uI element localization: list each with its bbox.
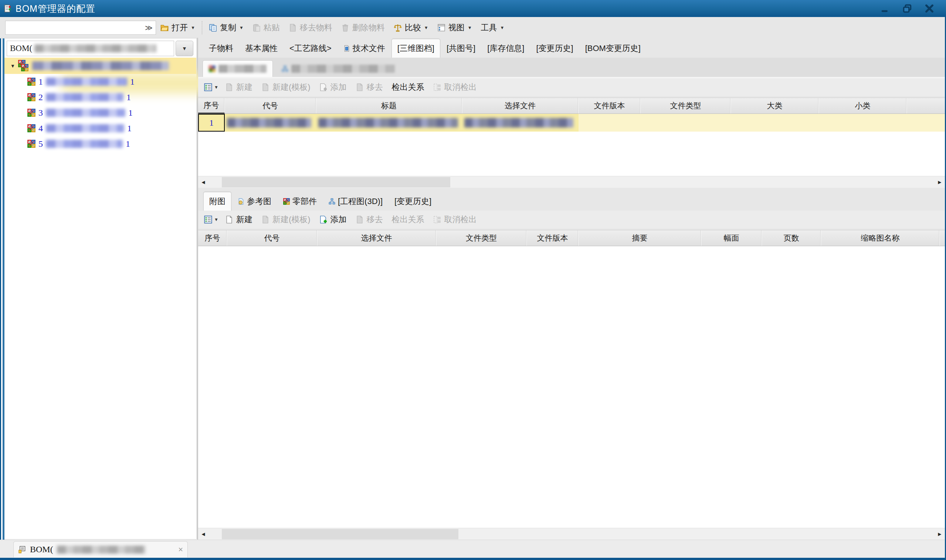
tools-button[interactable]: 工具 ▼ [477,19,509,36]
view-button[interactable]: 视图 ▼ [433,19,477,36]
tab-engineering-drawing-3d[interactable]: [工程图(3D)] [323,192,388,211]
tree-expander-icon[interactable]: ▼ [10,63,15,69]
title-cell[interactable] [316,114,462,132]
folder-open-icon [160,24,169,32]
list-menu-button[interactable]: ▼ [202,82,221,93]
add-button[interactable]: 添加 [315,211,351,228]
column-header[interactable]: 选择文件 [462,98,578,114]
file-cell[interactable] [462,114,578,132]
column-header[interactable]: 代号 [227,230,317,246]
tab-tech-file[interactable]: 技术文件 [338,39,391,58]
tab-basic-props[interactable]: 基本属性 [240,39,283,58]
tab-shared-drawing-no[interactable]: [共图号] [441,39,481,58]
remove-material-button[interactable]: 移去物料 [284,19,337,36]
bom-tree-panel: BOM( ▼ ▼ 1 1 2 1 3 [5,38,197,539]
column-header[interactable]: 代号 [225,98,316,114]
scales-icon [394,24,402,32]
tree-root-node[interactable]: ▼ [5,58,196,74]
column-header[interactable]: 页数 [762,230,821,246]
bom-combo-field[interactable]: BOM( [7,41,174,56]
column-header[interactable]: 文件类型 [641,98,731,114]
tab-inventory-info[interactable]: [库存信息] [482,39,530,58]
copy-button[interactable]: 复制 ▼ [205,19,248,36]
cancel-checkout-button[interactable]: 取消检出 [429,211,481,228]
overflow-chevron-icon[interactable]: ≫ [145,24,153,31]
column-header[interactable]: 文件版本 [527,230,578,246]
tab-process-route[interactable]: <工艺路线> [284,39,337,58]
restore-button[interactable] [901,3,914,14]
tree-item-3[interactable]: 3 1 [5,105,196,120]
column-label: 选择文件 [361,233,392,243]
scroll-thumb[interactable] [222,177,450,188]
bom-combo-dropdown-button[interactable]: ▼ [175,41,193,56]
subtab-1[interactable] [203,60,273,77]
column-header[interactable]: 序号 [198,230,227,246]
tab-change-history[interactable]: [变更历史] [531,39,578,58]
scroll-thumb[interactable] [222,529,458,539]
file-type-cell[interactable] [641,114,731,132]
tab-label: 参考图 [247,196,271,207]
tab-label: 技术文件 [353,43,385,54]
new-template-button[interactable]: 新建(模板) [257,211,315,228]
scroll-right-icon[interactable]: ► [935,528,945,540]
category-cell[interactable] [731,114,819,132]
delete-material-button[interactable]: 删除物料 [337,19,389,36]
close-button[interactable] [923,3,936,14]
code-cell[interactable] [225,114,316,132]
column-header[interactable]: 选择文件 [317,230,436,246]
tab-reference-drawing[interactable]: 参考图 [232,192,277,211]
column-header[interactable]: 文件版本 [578,98,641,114]
tab-bom-change-history[interactable]: [BOM变更历史] [580,39,646,58]
tree-item-1[interactable]: 1 1 [5,74,196,89]
tab-sub-material[interactable]: 子物料 [203,39,239,58]
subtab-2[interactable] [276,61,401,77]
tab-close-icon[interactable]: × [178,545,183,554]
column-header[interactable]: 文件类型 [436,230,527,246]
column-header[interactable]: 大类 [731,98,819,114]
new-button[interactable]: 新建 [221,211,257,228]
file-version-cell[interactable] [578,114,641,132]
redacted-text [32,62,169,70]
checkout-relation-button[interactable]: 检出关系 [388,79,429,96]
column-header[interactable]: 标题 [316,98,462,114]
column-header[interactable]: 摘要 [578,230,701,246]
open-button[interactable]: 打开 ▼ [156,19,200,36]
minimize-button[interactable] [879,3,891,14]
add-button[interactable]: 添加 [315,79,351,96]
column-header[interactable]: 序号 [198,98,225,114]
column-header[interactable]: 小类 [819,98,907,114]
tab-3d-drawing[interactable]: [三维图档] [391,39,440,58]
remove-button[interactable]: 移去 [351,211,388,228]
remove-label: 移去 [367,82,383,93]
scroll-left-icon[interactable]: ◄ [198,176,209,188]
toolbar-combo-field[interactable]: ≫ [5,21,156,35]
tree-item-2[interactable]: 2 1 [5,89,196,105]
remove-button[interactable]: 移去 [351,79,388,96]
tree-item-4[interactable]: 4 1 [5,120,196,136]
cancel-checkout-button[interactable]: 取消检出 [429,79,481,96]
scroll-track[interactable] [209,176,935,188]
column-header[interactable]: 幅面 [701,230,762,246]
compare-button[interactable]: 比较 ▼ [389,19,433,36]
column-header[interactable]: 缩略图名称 [821,230,940,246]
new-button[interactable]: 新建 [221,79,257,96]
tab-parts[interactable]: 零部件 [278,192,322,211]
scroll-left-icon[interactable]: ◄ [198,528,209,540]
restore-icon [901,4,913,13]
redacted-text [46,78,127,86]
tab-attached-drawing[interactable]: 附图 [203,192,231,211]
scroll-track[interactable] [209,528,935,540]
list-menu-button[interactable]: ▼ [202,214,221,225]
row-number-cell[interactable]: 1 [198,114,225,132]
tree-item-5[interactable]: 5 1 [5,136,196,152]
tab-change-history-lower[interactable]: [变更历史] [389,192,437,211]
bom-document-tab[interactable]: BOM( × [13,541,188,557]
bom-tree: ▼ 1 1 2 1 3 1 4 1 [5,58,196,152]
checkout-relation-button[interactable]: 检出关系 [388,211,429,228]
new-template-button[interactable]: 新建(模板) [257,79,315,96]
table-row[interactable]: 1 [198,114,945,132]
paste-button[interactable]: 粘贴 [248,19,284,36]
scroll-right-icon[interactable]: ► [935,176,945,188]
subcategory-cell[interactable] [819,114,907,132]
tools-label: 工具 [481,22,497,33]
